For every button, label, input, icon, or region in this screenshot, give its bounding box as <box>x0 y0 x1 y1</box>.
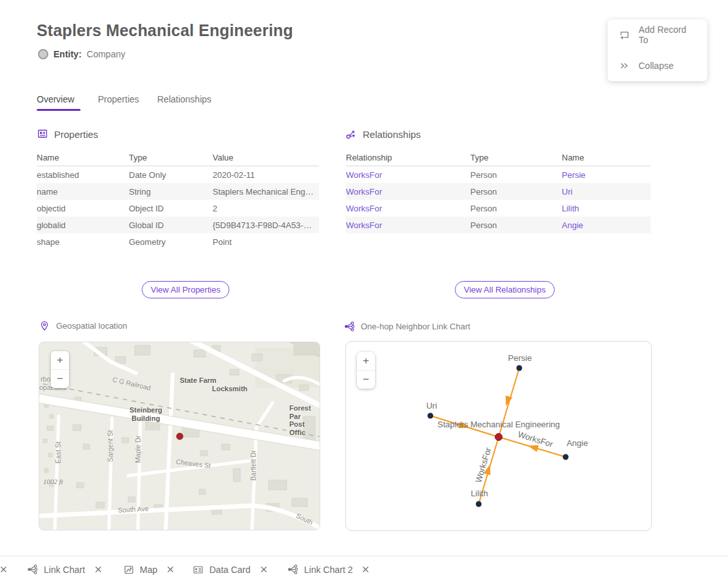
partial-tab-close[interactable] <box>0 556 7 582</box>
map-label-maple-dr: Maple Dr <box>134 436 142 463</box>
view-all-properties-button[interactable]: View All Properties <box>142 281 229 298</box>
link-chart-tab-icon <box>27 564 38 575</box>
column-header: Name <box>562 153 651 162</box>
map-zoom-controls: + − <box>51 351 69 388</box>
node-label-persie: Persie <box>508 353 532 363</box>
map-zoom-in-button[interactable]: + <box>51 351 69 369</box>
menu-item-label: Add Record To <box>638 24 696 45</box>
map-label-sargent-st: Sargent St <box>106 430 114 462</box>
map-label-south-ave: South Ave <box>118 505 149 514</box>
map-label-east-st: East St <box>54 441 62 463</box>
relationship-link[interactable]: WorksFor <box>346 187 470 197</box>
rel-type: Person <box>470 204 562 213</box>
bottom-tab-map[interactable]: Map <box>124 556 174 582</box>
basemap <box>39 342 320 530</box>
link-chart-zoom-in-button[interactable]: + <box>357 352 375 370</box>
entity-link[interactable]: Persie <box>562 170 651 180</box>
bottom-tab-link-chart-2[interactable]: Link Chart 2 <box>287 556 369 582</box>
node-label-lilith: Lilith <box>471 489 488 498</box>
table-row: globalid Global ID {5D9B4713-F98D-4A53-… <box>37 217 319 233</box>
add-record-icon <box>619 30 629 41</box>
node-label-uri: Uri <box>426 401 437 411</box>
bottom-tab-data-card[interactable]: Data Card <box>193 556 267 582</box>
table-row: established Date Only 2020-02-11 <box>37 166 319 183</box>
close-icon[interactable] <box>260 566 267 573</box>
geospatial-section-header: Geospatial location <box>39 320 128 331</box>
relationships-section-header: Relationships <box>345 128 421 140</box>
link-chart-zoom-out-button[interactable]: − <box>357 370 375 389</box>
relationship-link[interactable]: WorksFor <box>346 220 470 230</box>
relationship-link[interactable]: WorksFor <box>346 204 470 213</box>
bottom-tab-label: Link Chart <box>44 565 85 575</box>
entity-label: Entity: <box>53 49 82 59</box>
prop-name: established <box>37 170 129 180</box>
table-row: WorksFor Person Angie <box>346 217 651 233</box>
prop-type: Geometry <box>129 237 213 247</box>
close-icon[interactable] <box>167 566 174 573</box>
prop-value: {5D9B4713-F98D-4A53-… <box>213 220 319 230</box>
map-label-bartlett-dr: Bartlett Dr <box>249 450 257 480</box>
entity-color-dot <box>38 49 48 59</box>
column-header: Value <box>213 153 319 162</box>
prop-type: Object ID <box>129 204 213 213</box>
link-chart-graph <box>346 342 651 530</box>
bottom-tab-label: Data Card <box>209 565 251 575</box>
entity-link[interactable]: Angie <box>562 220 651 230</box>
map-zoom-out-button[interactable]: − <box>51 369 69 388</box>
node-angie[interactable] <box>563 454 569 460</box>
prop-type: Date Only <box>129 170 213 180</box>
close-icon[interactable] <box>95 566 102 573</box>
prop-name: shape <box>37 237 129 247</box>
map-label-locksmith: Locksmith <box>212 385 247 393</box>
bottom-tab-label: Link Chart 2 <box>304 565 352 575</box>
node-label-angie: Angie <box>566 438 588 448</box>
entity-link[interactable]: Lilith <box>562 204 651 213</box>
properties-icon <box>37 128 48 140</box>
table-row: name String Staplers Mechanical Eng… <box>37 183 319 200</box>
map-tab-icon <box>124 565 134 575</box>
close-icon[interactable] <box>0 566 7 573</box>
view-all-relationships-button[interactable]: View All Relationships <box>455 281 555 298</box>
column-header: Name <box>37 153 129 162</box>
menu-item-collapse[interactable]: Collapse <box>608 50 707 81</box>
relationships-table-header: Relationship Type Name <box>346 150 651 166</box>
prop-type: String <box>129 187 213 197</box>
bottom-tab-label: Map <box>140 565 157 575</box>
map-scale-label: 1002 ft <box>43 478 63 486</box>
relationships-section-title: Relationships <box>363 129 421 140</box>
link-chart-icon <box>344 321 355 332</box>
data-card-page: Staplers Mechanical Engineering Entity: … <box>0 0 728 582</box>
menu-item-add-record-to[interactable]: Add Record To <box>608 19 707 50</box>
tab-properties[interactable]: Properties <box>98 94 139 104</box>
table-row: WorksFor Person Persie <box>346 166 651 183</box>
bottom-tab-link-chart[interactable]: Link Chart <box>27 556 102 582</box>
properties-section-header: Properties <box>37 128 98 140</box>
link-chart-section-title: One-hop Neighbor Link Chart <box>361 322 470 331</box>
entity-link[interactable]: Uri <box>562 187 651 197</box>
relationships-table: Relationship Type Name WorksFor Person P… <box>346 150 651 233</box>
node-persie[interactable] <box>517 365 522 371</box>
node-lilith[interactable] <box>476 501 482 507</box>
prop-value: 2 <box>213 204 319 213</box>
node-center[interactable] <box>495 434 503 441</box>
tab-overview[interactable]: Overview <box>37 94 74 104</box>
table-row: shape Geometry Point <box>37 233 319 250</box>
prop-value: Point <box>213 237 319 247</box>
column-header: Relationship <box>346 153 470 162</box>
tab-relationships[interactable]: Relationships <box>157 94 211 104</box>
bottom-tab-bar: Link Chart Map <box>0 556 728 582</box>
table-row: WorksFor Person Lilith <box>346 200 651 217</box>
prop-name: objectid <box>37 204 129 213</box>
link-chart-canvas[interactable]: Persie Uri Staplers Mechanical Engineeri… <box>345 341 652 531</box>
prop-name: globalid <box>37 220 129 230</box>
node-uri[interactable] <box>428 413 434 419</box>
relationship-link[interactable]: WorksFor <box>346 170 470 180</box>
close-icon[interactable] <box>362 566 369 573</box>
column-header: Type <box>129 153 213 162</box>
link-chart-zoom-controls: + − <box>357 352 375 389</box>
map-entity-marker <box>177 433 183 440</box>
geospatial-section-title: Geospatial location <box>56 321 128 331</box>
map-label-state-farm: State Farm <box>180 376 216 385</box>
map-canvas[interactable]: rbour opaedics C G Railroad State Farm L… <box>39 342 320 530</box>
properties-section-title: Properties <box>54 129 98 140</box>
